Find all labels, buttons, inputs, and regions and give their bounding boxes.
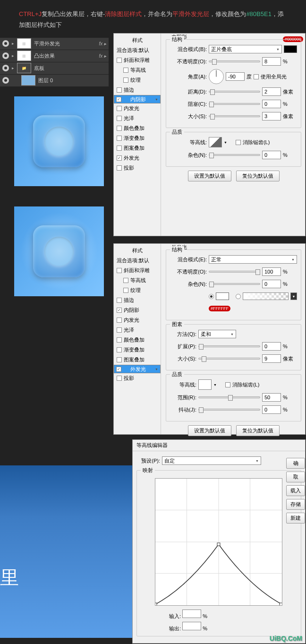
choke-slider[interactable] (209, 103, 260, 105)
color-swatch[interactable] (284, 45, 297, 53)
style-gradient-overlay[interactable]: 渐变叠加 (114, 345, 161, 355)
expand-icon[interactable]: ▸ (12, 41, 14, 46)
expand-icon[interactable]: ▸ (12, 53, 14, 58)
btn-cancel[interactable]: 取 (286, 472, 305, 482)
style-color-overlay[interactable]: 颜色叠加 (114, 335, 161, 345)
contour-picker[interactable] (209, 137, 222, 147)
btn-new[interactable]: 新建 (286, 513, 305, 524)
preset-label: 预设(P): (136, 457, 160, 464)
opacity-slider[interactable] (209, 271, 260, 273)
style-inner-shadow[interactable]: 内阴影 (114, 305, 161, 315)
size-slider[interactable] (198, 358, 260, 360)
style-stroke[interactable]: 描边 (114, 85, 161, 95)
distance-input[interactable]: 2 (262, 87, 281, 96)
jitter-input[interactable]: 0 (262, 405, 281, 414)
style-list: 样式 混合选项:默认 斜面和浮雕 等高线 纹理 描边 内阴影 内发光 光泽 颜色… (114, 34, 161, 236)
opacity-slider[interactable] (209, 60, 260, 62)
style-bevel[interactable]: 斜面和浮雕 (114, 266, 161, 275)
style-contour[interactable]: 等高线 (114, 275, 161, 285)
svg-rect-7 (217, 543, 220, 546)
layer-thumb: ▦ (17, 51, 31, 61)
btn-make-default[interactable]: 设置为默认值 (188, 425, 231, 436)
style-pattern-overlay[interactable]: 图案叠加 (114, 355, 161, 365)
style-bevel[interactable]: 斜面和浮雕 (114, 55, 161, 65)
visibility-icon[interactable] (2, 52, 9, 59)
range-input[interactable]: 50 (262, 393, 281, 402)
style-texture[interactable]: 纹理 (114, 285, 161, 295)
antialias-checkbox[interactable] (225, 382, 230, 387)
color-swatch[interactable] (216, 292, 229, 300)
gradient-picker[interactable] (243, 292, 289, 300)
style-pattern-overlay[interactable]: 图案叠加 (114, 143, 161, 153)
style-satin[interactable]: 光泽 (114, 325, 161, 335)
expand-icon[interactable]: ▸ (12, 66, 14, 70)
btn-reset-default[interactable]: 复位为默认值 (236, 171, 280, 181)
style-texture[interactable]: 纹理 (114, 75, 161, 85)
global-light-checkbox[interactable] (254, 74, 259, 79)
range-slider[interactable] (198, 396, 260, 398)
blend-label: 混合模式(B): (170, 46, 207, 53)
opacity-input[interactable]: 8 (262, 57, 281, 66)
fx-indicator[interactable]: fx ▸ (99, 41, 106, 46)
size-label: 大小(S): (170, 113, 207, 120)
layer-row[interactable]: ▸ 📁 底板 (0, 62, 109, 75)
btn-load[interactable]: 载入 (286, 485, 305, 496)
curve-editor[interactable] (155, 478, 282, 606)
gradient-radio[interactable] (236, 294, 241, 299)
style-contour[interactable]: 等高线 (114, 65, 161, 75)
distance-slider[interactable] (209, 91, 260, 93)
method-select[interactable]: 柔和 (198, 330, 236, 338)
spread-input[interactable]: 0 (262, 342, 281, 351)
jitter-slider[interactable] (198, 409, 260, 411)
blend-label: 混合模式(E): (170, 256, 207, 263)
gradient-dropdown[interactable] (290, 292, 297, 300)
spread-slider[interactable] (198, 345, 260, 347)
layer-row[interactable]: ▸ ▦ 平滑外发光 fx ▸ (0, 38, 109, 50)
style-drop-shadow[interactable]: 投影 (114, 163, 161, 173)
btn-save[interactable]: 存储 (286, 499, 305, 510)
preset-select[interactable]: 自定 (162, 456, 261, 465)
size-input[interactable]: 3 (262, 112, 281, 120)
input-value[interactable] (182, 610, 201, 618)
layer-row[interactable]: ▸ ▦ 凸出效果 fx ▸ (0, 50, 109, 62)
color-radio[interactable] (209, 294, 214, 299)
contour-label: 等高线: (170, 139, 207, 146)
choke-label: 阻塞(C): (170, 101, 207, 108)
btn-ok[interactable]: 确 (286, 458, 305, 469)
choke-input[interactable]: 0 (262, 100, 281, 108)
noise-slider[interactable] (209, 154, 260, 156)
blend-select[interactable]: 正片叠底 (209, 45, 282, 53)
style-gradient-overlay[interactable]: 渐变叠加 (114, 133, 161, 143)
visibility-icon[interactable] (2, 65, 9, 71)
style-stroke[interactable]: 描边 (114, 295, 161, 305)
noise-input[interactable]: 0 (262, 280, 281, 288)
antialias-checkbox[interactable] (236, 140, 241, 145)
style-inner-glow[interactable]: 内发光 (114, 103, 161, 113)
style-outer-glow[interactable]: 外发光 (114, 365, 161, 373)
blend-select[interactable]: 正常 (209, 255, 297, 264)
style-blend-options[interactable]: 混合选项:默认 (114, 256, 161, 266)
noise-slider[interactable] (209, 283, 260, 285)
style-satin[interactable]: 光泽 (114, 113, 161, 123)
style-drop-shadow[interactable]: 投影 (114, 373, 161, 383)
folder-icon: 📁 (17, 63, 31, 73)
contour-picker[interactable] (198, 379, 212, 390)
angle-input[interactable]: -90 (226, 72, 245, 81)
output-value[interactable] (182, 622, 201, 630)
layer-row[interactable]: 图层 0 (0, 75, 109, 87)
visibility-icon[interactable] (2, 40, 9, 47)
visibility-icon[interactable] (2, 77, 9, 84)
style-color-overlay[interactable]: 颜色叠加 (114, 123, 161, 133)
style-outer-glow[interactable]: 外发光 (114, 153, 161, 163)
style-inner-glow[interactable]: 内发光 (114, 315, 161, 325)
style-inner-shadow[interactable]: 内阴影 (114, 95, 161, 103)
angle-dial[interactable] (209, 69, 224, 84)
btn-make-default[interactable]: 设置为默认值 (188, 171, 231, 181)
size-slider[interactable] (209, 115, 260, 117)
size-input[interactable]: 9 (262, 354, 281, 363)
fx-indicator[interactable]: fx ▸ (99, 53, 106, 59)
noise-input[interactable]: 0 (262, 151, 281, 159)
btn-reset-default[interactable]: 复位为默认值 (236, 425, 280, 436)
opacity-input[interactable]: 100 (262, 267, 281, 276)
style-blend-options[interactable]: 混合选项:默认 (114, 45, 161, 55)
